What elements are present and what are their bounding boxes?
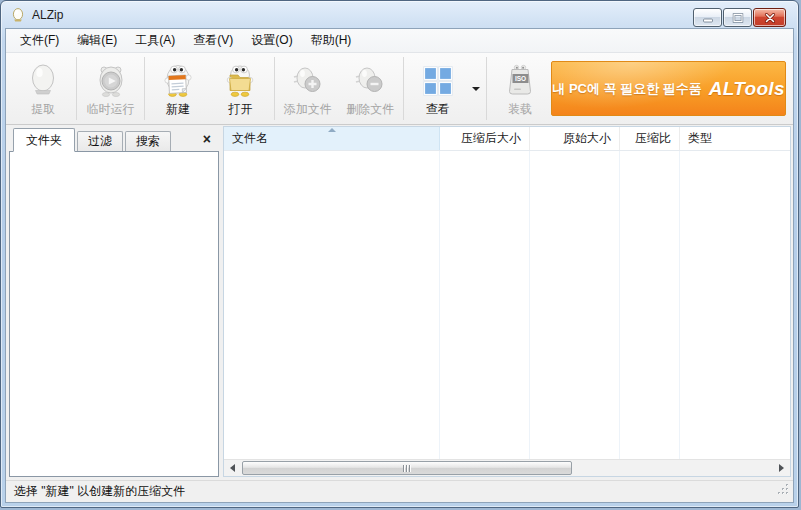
column-header-filename[interactable]: 文件名 — [224, 127, 440, 150]
scrollbar-grip-icon — [406, 465, 407, 472]
scrollbar-thumb[interactable] — [242, 461, 572, 475]
minimize-icon — [702, 13, 714, 23]
scroll-left-icon — [230, 464, 235, 472]
column-header-ratio[interactable]: 压缩比 — [620, 127, 680, 150]
toolbar: 提取 临时运行 — [6, 53, 793, 125]
toolbar-separator — [76, 57, 77, 120]
egg-temp-run-icon — [91, 61, 131, 101]
folder-tree-panel[interactable] — [9, 151, 219, 477]
maximize-icon — [732, 13, 744, 23]
menu-help[interactable]: 帮助(H) — [302, 28, 361, 53]
column-header-packed-size[interactable]: 压缩后大小 — [440, 127, 530, 150]
menu-settings[interactable]: 设置(O) — [242, 28, 301, 53]
scrollbar-grip-icon — [409, 465, 410, 472]
menu-edit[interactable]: 编辑(E) — [68, 28, 126, 53]
temp-run-button[interactable]: 临时运行 — [79, 56, 141, 122]
file-list-header: 文件名 压缩后大小 原始大小 压缩比 类型 — [224, 127, 790, 151]
open-archive-button[interactable]: 打开 — [209, 56, 271, 122]
file-list-body[interactable] — [224, 151, 790, 459]
scrollbar-grip-icon — [403, 465, 404, 472]
banner-text: 내 PC에 꼭 필요한 필수품 — [552, 80, 702, 98]
column-separator — [679, 151, 680, 459]
column-separator — [439, 151, 440, 459]
status-bar: 选择 "新建" 以创建新的压缩文件 — [6, 480, 793, 502]
resize-grip-icon[interactable] — [777, 483, 790, 499]
banner-brand: ALTools — [709, 78, 785, 100]
sidebar: 文件夹 过滤 搜索 × — [9, 126, 219, 477]
menu-file[interactable]: 文件(F) — [11, 28, 68, 53]
delete-files-icon — [350, 61, 390, 101]
status-text: 选择 "新建" 以创建新的压缩文件 — [14, 483, 185, 500]
toolbar-separator — [486, 57, 487, 120]
minimize-button[interactable] — [693, 8, 722, 27]
altools-banner[interactable]: 내 PC에 꼭 필요한 필수품 ALTools — [551, 61, 786, 116]
scroll-left-button[interactable] — [224, 460, 241, 476]
main-content: 文件夹 过滤 搜索 × 文件名 压缩后大小 原始大小 压缩比 类型 — [6, 125, 793, 480]
toolbar-button-label: 临时运行 — [87, 101, 135, 118]
close-icon — [764, 13, 776, 23]
scrollbar-track[interactable] — [241, 460, 773, 476]
toolbar-button-label: 添加文件 — [284, 101, 332, 118]
column-separator — [529, 151, 530, 459]
scroll-right-icon — [779, 464, 784, 472]
menu-view[interactable]: 查看(V) — [184, 28, 242, 53]
toolbar-button-label: 查看 — [426, 101, 450, 118]
toolbar-button-label: 打开 — [228, 101, 252, 118]
column-separator — [619, 151, 620, 459]
tab-folders[interactable]: 文件夹 — [13, 128, 75, 152]
egg-extract-icon — [23, 61, 63, 101]
mount-button[interactable]: ISO 装载 — [489, 56, 551, 122]
close-button[interactable] — [753, 8, 786, 27]
view-grid-icon — [418, 61, 458, 101]
toolbar-button-label: 删除文件 — [346, 101, 394, 118]
toolbar-button-label: 新建 — [166, 101, 190, 118]
sort-asc-icon — [328, 128, 336, 132]
delete-files-button[interactable]: 删除文件 — [339, 56, 401, 122]
toolbar-button-label: 装载 — [508, 101, 532, 118]
new-archive-button[interactable]: 新建 — [147, 56, 209, 122]
column-header-original-size[interactable]: 原始大小 — [530, 127, 620, 150]
view-dropdown-button[interactable] — [469, 56, 484, 122]
iso-badge-text: ISO — [515, 74, 526, 81]
iso-mount-icon: ISO — [500, 61, 540, 101]
view-button[interactable]: 查看 — [406, 56, 468, 122]
egg-open-icon — [220, 61, 260, 101]
chevron-down-icon — [472, 87, 480, 91]
scroll-right-button[interactable] — [773, 460, 790, 476]
window-title: ALZip — [32, 8, 63, 22]
maximize-button[interactable] — [723, 8, 752, 27]
toolbar-button-label: 提取 — [31, 101, 55, 118]
tab-filter[interactable]: 过滤 — [77, 131, 123, 151]
tab-search[interactable]: 搜索 — [125, 131, 171, 151]
add-files-icon — [288, 61, 328, 101]
horizontal-scrollbar — [224, 459, 790, 476]
extract-button[interactable]: 提取 — [12, 56, 74, 122]
add-files-button[interactable]: 添加文件 — [277, 56, 339, 122]
title-bar[interactable]: ALZip — [1, 1, 798, 28]
toolbar-separator — [144, 57, 145, 120]
sidebar-tabs: 文件夹 过滤 搜索 × — [9, 126, 219, 151]
menu-bar: 文件(F) 编辑(E) 工具(A) 查看(V) 设置(O) 帮助(H) — [6, 29, 793, 53]
alzip-window: ALZip 文件(F) 编辑(E) 工具(A) — [0, 0, 799, 508]
alzip-app-icon — [10, 7, 26, 23]
client-area: 文件(F) 编辑(E) 工具(A) 查看(V) 设置(O) 帮助(H) 提取 — [5, 28, 794, 503]
toolbar-separator — [274, 57, 275, 120]
column-header-type[interactable]: 类型 — [680, 127, 790, 150]
toolbar-separator — [403, 57, 404, 120]
file-list: 文件名 压缩后大小 原始大小 压缩比 类型 — [223, 126, 791, 477]
menu-tools[interactable]: 工具(A) — [126, 28, 184, 53]
panel-close-icon[interactable]: × — [203, 132, 211, 146]
egg-new-icon — [158, 61, 198, 101]
